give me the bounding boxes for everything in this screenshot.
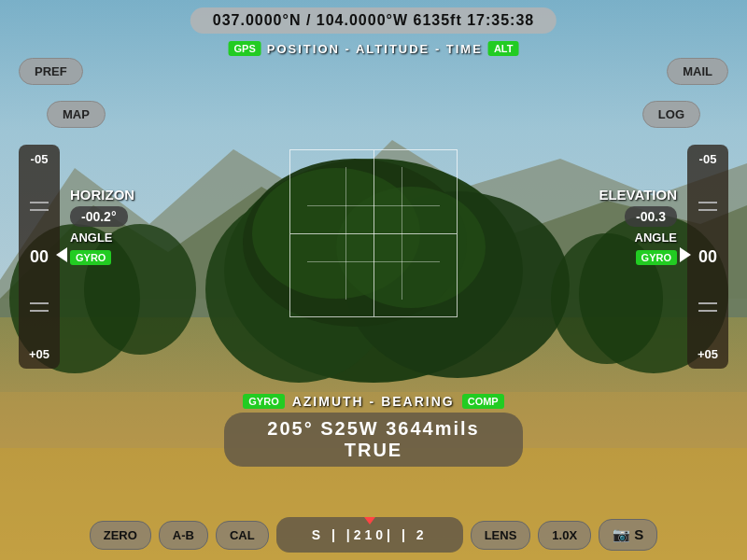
right-gauge-mid: 00 (698, 247, 717, 267)
horizon-section: HORIZON -00.2° ANGLE GYRO (70, 187, 191, 265)
compass-strip[interactable]: S | |210| | 2 (276, 517, 463, 553)
left-gauge-bot: +05 (29, 347, 49, 361)
left-gauge: -05 00 +05 (19, 145, 60, 369)
left-gauge-ticks-bot (30, 302, 49, 312)
reticle-inner-h2 (307, 261, 440, 262)
azimuth-comp-badge[interactable]: COMP (462, 394, 504, 409)
left-gauge-top: -05 (31, 152, 49, 166)
right-gauge-top: -05 (699, 152, 717, 166)
coordinate-bar: 037.0000°N / 104.0000°W 6135ft 17:35:38 (190, 7, 557, 34)
elevation-gyro-badge[interactable]: GYRO (636, 250, 677, 265)
azimuth-title: AZIMUTH - BEARING (292, 394, 455, 409)
zoom-button[interactable]: 1.0X (538, 521, 591, 550)
azimuth-bar: GYRO AZIMUTH - BEARING COMP (224, 394, 523, 409)
reticle-box (289, 149, 458, 317)
azimuth-value: 205° S25W 3644mils TRUE (224, 413, 523, 467)
map-button[interactable]: MAP (47, 101, 106, 128)
elevation-value: -00.3 (625, 206, 677, 227)
zero-button[interactable]: ZERO (90, 521, 151, 550)
lens-button[interactable]: LENS (471, 521, 531, 550)
right-gauge-bot: +05 (698, 347, 718, 361)
horizon-angle-label: ANGLE (70, 231, 191, 245)
camera-icon: 📷 (613, 526, 630, 542)
azimuth-section: GYRO AZIMUTH - BEARING COMP 205° S25W 36… (224, 394, 523, 467)
gps-badge[interactable]: GPS (229, 41, 261, 56)
left-gauge-ticks (30, 202, 49, 211)
reticle-inner-v1 (345, 167, 346, 300)
horizon-gyro-badge[interactable]: GYRO (70, 250, 111, 265)
coordinate-display: 037.0000°N / 104.0000°W 6135ft 17:35:38 (213, 12, 534, 28)
left-gauge-mid: 00 (30, 247, 49, 267)
elevation-section: ELEVATION -00.3 ANGLE GYRO (546, 187, 677, 265)
tick (30, 202, 49, 203)
reticle (271, 131, 476, 336)
elevation-angle-label: ANGLE (546, 231, 677, 245)
elevation-title: ELEVATION (546, 187, 677, 203)
pref-button[interactable]: PREF (19, 58, 83, 85)
tick (698, 209, 717, 211)
camera-button[interactable]: 📷 S (599, 519, 657, 551)
camera-label: S (634, 526, 643, 542)
azimuth-gyro-badge[interactable]: GYRO (243, 394, 284, 409)
left-gauge-arrow (56, 247, 67, 262)
horizon-title: HORIZON (70, 187, 191, 203)
log-button[interactable]: LOG (642, 101, 700, 128)
horizon-value: -00.2° (70, 206, 128, 227)
tick (30, 310, 49, 312)
tick (698, 202, 717, 203)
bottom-bar: ZERO A-B CAL S | |210| | 2 LENS 1.0X 📷 S (0, 517, 747, 553)
alt-badge[interactable]: ALT (488, 41, 519, 56)
tick (698, 310, 717, 312)
ui-overlay: 037.0000°N / 104.0000°W 6135ft 17:35:38 … (0, 0, 747, 560)
gps-bar: GPS POSITION - ALTITUDE - TIME ALT (229, 41, 519, 56)
tick (698, 302, 717, 304)
gps-label: POSITION - ALTITUDE - TIME (267, 42, 483, 56)
compass-marker (364, 517, 375, 525)
ab-button[interactable]: A-B (159, 521, 208, 550)
compass-content: S | |210| | 2 (312, 527, 428, 542)
cal-button[interactable]: CAL (216, 521, 269, 550)
tick (30, 209, 49, 211)
right-gauge: -05 00 +05 (687, 145, 728, 369)
right-gauge-arrow (680, 247, 691, 262)
reticle-inner-v2 (402, 167, 402, 300)
reticle-vline (374, 150, 374, 316)
reticle-inner-h1 (307, 205, 440, 206)
right-gauge-ticks-bot (698, 302, 717, 312)
tick (30, 302, 49, 304)
right-gauge-ticks (698, 202, 717, 211)
mail-button[interactable]: MAIL (667, 58, 728, 85)
